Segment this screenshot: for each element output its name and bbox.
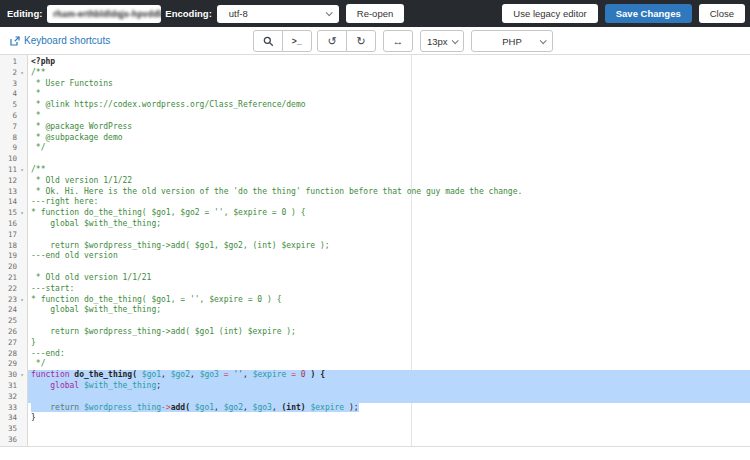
- font-size-select[interactable]: 13px: [420, 30, 464, 52]
- line-number: 1: [0, 57, 17, 68]
- fold-gutter-empty: [17, 100, 27, 111]
- encoding-select[interactable]: utf-8: [217, 5, 339, 23]
- width-toggle-icon: ↔: [393, 35, 404, 47]
- code-line[interactable]: global $with_the_thing;: [28, 305, 750, 316]
- line-number: 12: [0, 176, 17, 187]
- code-line[interactable]: * User Functoins: [28, 79, 750, 90]
- fold-gutter-empty: [17, 154, 27, 165]
- code-line[interactable]: [28, 154, 750, 165]
- code-line[interactable]: ---end:: [28, 349, 750, 360]
- code-line[interactable]: * @subpackage demo: [28, 133, 750, 144]
- line-number: 33: [0, 403, 17, 414]
- code-token: do_the_thing(: [74, 370, 137, 379]
- fold-gutter-empty: [17, 349, 27, 360]
- fold-arrow-icon[interactable]: ▾: [17, 165, 27, 176]
- code-line[interactable]: ---end old version: [28, 251, 750, 262]
- code-line[interactable]: global $with_the_thing;: [28, 219, 750, 230]
- code-line[interactable]: */: [28, 359, 750, 370]
- code-line[interactable]: return $wordpress_thing->add( $go1, $go2…: [28, 241, 750, 252]
- terminal-button[interactable]: >_: [282, 30, 312, 52]
- code-line[interactable]: return $wordpress_thing->add( $go1 (int)…: [28, 327, 750, 338]
- code-editor[interactable]: 12▾34567891011▾12131415▾1617181920212223…: [0, 55, 750, 447]
- code-token: return $wordpress_thing->add( $go1 (int)…: [31, 327, 296, 336]
- fold-gutter-empty: [17, 241, 27, 252]
- code-line[interactable]: /**: [28, 165, 750, 176]
- code-line[interactable]: * function do_the_thing( $go1, $go2 = ''…: [28, 208, 750, 219]
- code-line[interactable]: <?php: [28, 57, 750, 68]
- fold-arrow-icon[interactable]: ▾: [17, 68, 27, 79]
- code-line[interactable]: [28, 435, 750, 446]
- save-changes-button[interactable]: Save Changes: [605, 4, 692, 23]
- close-button[interactable]: Close: [699, 4, 745, 23]
- gutter: 12▾34567891011▾12131415▾1617181920212223…: [0, 55, 28, 446]
- code-line[interactable]: ---start:: [28, 284, 750, 295]
- fold-arrow-icon[interactable]: ▾: [17, 208, 27, 219]
- code-token: * function do_the_thing( $go1, = '', $ex…: [31, 295, 281, 304]
- code-line[interactable]: * @link https://codex.wordpress.org/Clas…: [28, 100, 750, 111]
- undo-button[interactable]: ↺: [317, 30, 347, 52]
- line-number: 34: [0, 413, 17, 424]
- code-line[interactable]: *: [28, 89, 750, 100]
- code-line[interactable]: * Old old version 1/1/21: [28, 273, 750, 284]
- code-token: * Ok. Hi. Here is the old version of the…: [31, 187, 522, 196]
- code-line[interactable]: /**: [28, 68, 750, 79]
- code-line[interactable]: [28, 424, 750, 435]
- line-number: 36: [0, 435, 17, 446]
- encoding-label: Encoding:: [165, 8, 211, 19]
- undo-icon: ↺: [327, 35, 336, 48]
- reopen-button[interactable]: Re-open: [346, 4, 404, 23]
- code-token: ,: [190, 370, 200, 379]
- code-line[interactable]: }: [28, 338, 750, 349]
- code-line[interactable]: function do_the_thing( $go1, $go2, $go3 …: [28, 370, 750, 381]
- fold-gutter-empty: [17, 230, 27, 241]
- code-line[interactable]: [28, 230, 750, 241]
- fold-gutter-empty: [17, 187, 27, 198]
- line-number: 29: [0, 359, 17, 370]
- code-line[interactable]: * @package WordPress: [28, 122, 750, 133]
- redo-button[interactable]: ↻: [346, 30, 376, 52]
- fold-gutter-empty: [17, 413, 27, 424]
- code-line[interactable]: * Old version 1/1/22: [28, 176, 750, 187]
- font-size-value: 13px: [427, 36, 448, 47]
- file-path-input[interactable]: rham-erthbldldqjs-hpvddla_b: [47, 5, 161, 23]
- code-line[interactable]: *: [28, 111, 750, 122]
- code-pane[interactable]: <?php/** * User Functoins * * @link http…: [28, 55, 750, 446]
- code-token: ---right here:: [31, 197, 98, 206]
- fold-gutter-empty: [17, 316, 27, 327]
- line-number: 5: [0, 100, 17, 111]
- line-number: 26: [0, 327, 17, 338]
- code-line[interactable]: ---right here:: [28, 197, 750, 208]
- keyboard-shortcuts-link[interactable]: Keyboard shortcuts: [10, 35, 110, 46]
- code-line[interactable]: global $with_the_thing;: [28, 381, 750, 392]
- width-toggle-button[interactable]: ↔: [383, 30, 413, 52]
- code-token: ,: [243, 370, 253, 379]
- fold-arrow-icon[interactable]: ▾: [17, 295, 27, 306]
- line-number: 30: [0, 370, 17, 381]
- line-number: 19: [0, 251, 17, 262]
- fold-gutter-empty: [17, 219, 27, 230]
- code-token: (int): [282, 403, 306, 412]
- fold-gutter-empty: [17, 435, 27, 446]
- language-select[interactable]: PHP: [471, 30, 553, 52]
- chevron-down-icon: [540, 37, 547, 44]
- code-token: [31, 381, 50, 390]
- code-line[interactable]: * Ok. Hi. Here is the old version of the…: [28, 187, 750, 198]
- fold-arrow-icon[interactable]: ▾: [17, 370, 27, 381]
- line-number: 17: [0, 230, 17, 241]
- fold-gutter-empty: [17, 89, 27, 100]
- code-line[interactable]: * function do_the_thing( $go1, = '', $ex…: [28, 295, 750, 306]
- code-line[interactable]: [28, 262, 750, 273]
- use-legacy-editor-button[interactable]: Use legacy editor: [502, 4, 597, 23]
- code-token: ;: [156, 381, 161, 390]
- code-line[interactable]: */: [28, 143, 750, 154]
- search-button[interactable]: [253, 30, 283, 52]
- chevron-down-icon: [325, 9, 332, 16]
- code-line[interactable]: [28, 316, 750, 327]
- editing-label: Editing:: [7, 8, 42, 19]
- code-line[interactable]: return $wordpress_thing->add( $go1, $go2…: [28, 403, 750, 414]
- line-number: 23: [0, 295, 17, 306]
- top-bar: Editing: rham-erthbldldqjs-hpvddla_b Enc…: [0, 0, 750, 27]
- code-token: }: [31, 413, 36, 422]
- code-line[interactable]: }: [28, 413, 750, 424]
- code-line[interactable]: [28, 392, 750, 403]
